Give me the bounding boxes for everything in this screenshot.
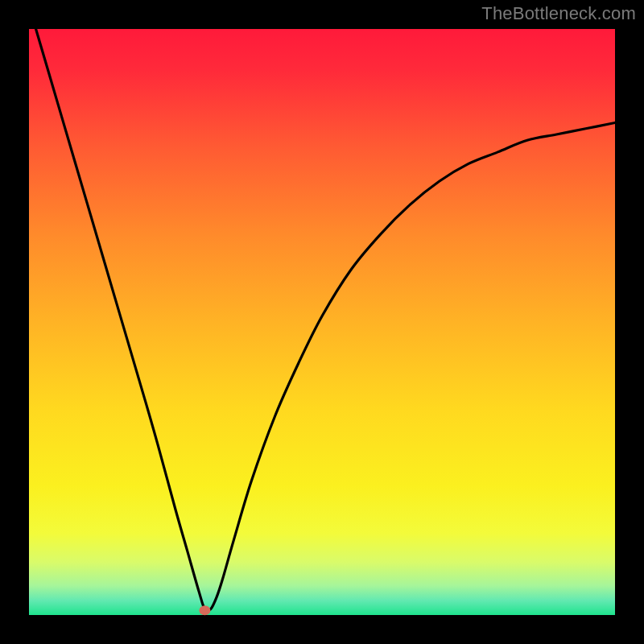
chart-frame: TheBottleneck.com [0, 0, 644, 644]
optimum-marker [199, 605, 210, 615]
attribution-label: TheBottleneck.com [481, 3, 636, 24]
plot-background [29, 29, 615, 615]
bottleneck-chart [0, 0, 644, 644]
